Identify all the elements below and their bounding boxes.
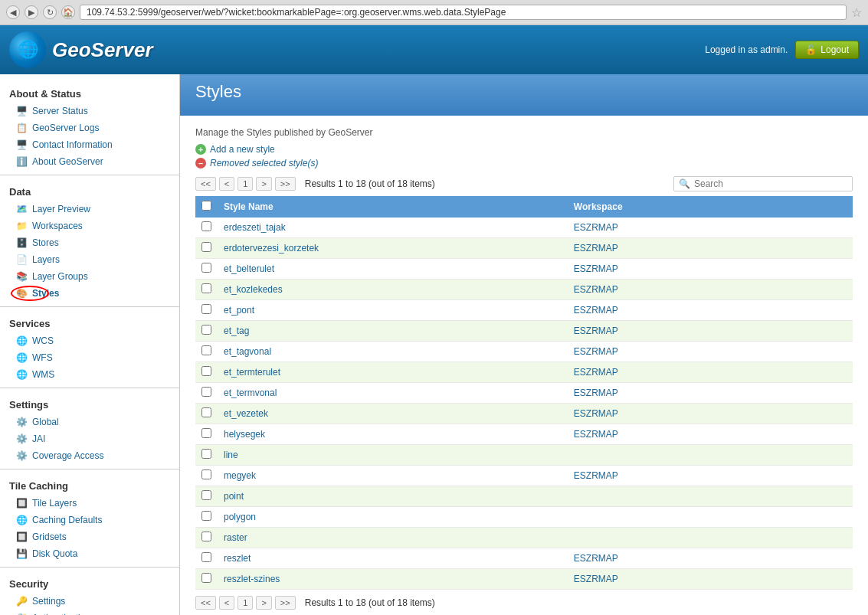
bottom-current-page-button[interactable]: 1 — [237, 596, 253, 610]
sidebar-item-wcs[interactable]: 🌐 WCS — [0, 332, 179, 349]
style-link-7[interactable]: et_termterulet — [224, 367, 280, 378]
sidebar: About & Status 🖥️ Server Status 📋 GeoSer… — [0, 74, 180, 615]
table-row: megyekESZRMAP — [195, 466, 853, 486]
table-row: et_tagESZRMAP — [195, 321, 853, 342]
sidebar-item-global[interactable]: ⚙️ Global — [0, 414, 179, 430]
style-link-2[interactable]: et_belterulet — [224, 263, 274, 274]
sidebar-item-caching-defaults[interactable]: 🌐 Caching Defaults — [0, 512, 179, 528]
sidebar-item-contact[interactable]: 🖥️ Contact Information — [0, 136, 179, 153]
divider-2 — [0, 306, 179, 307]
remove-style-link[interactable]: – Removed selected style(s) — [195, 158, 853, 168]
sidebar-item-disk-quota[interactable]: 💾 Disk Quota — [0, 545, 179, 562]
bottom-next-page-button[interactable]: > — [256, 596, 271, 610]
bottom-first-page-button[interactable]: << — [195, 596, 216, 610]
sidebar-item-about[interactable]: ℹ️ About GeoServer — [0, 153, 179, 170]
refresh-button[interactable]: ↻ — [43, 5, 57, 19]
bottom-last-page-button[interactable]: >> — [275, 596, 296, 610]
select-all-checkbox[interactable] — [201, 201, 211, 211]
sidebar-item-workspaces[interactable]: 📁 Workspaces — [0, 218, 179, 234]
row-checkbox-6[interactable] — [201, 345, 211, 355]
prev-page-button[interactable]: < — [219, 177, 234, 191]
bookmark-button[interactable]: ☆ — [851, 5, 862, 20]
sidebar-item-layers[interactable]: 📄 Layers — [0, 251, 179, 268]
logout-button[interactable]: 🔓 Logout — [795, 41, 859, 59]
row-checkbox-15[interactable] — [201, 532, 211, 541]
row-checkbox-11[interactable] — [201, 449, 211, 459]
style-name-cell-11: line — [218, 445, 568, 466]
add-style-label: Add a new style — [210, 144, 275, 155]
sidebar-item-security-settings[interactable]: 🔑 Settings — [0, 593, 179, 610]
style-name-cell-10: helysegek — [218, 424, 568, 445]
sidebar-item-authentication[interactable]: 🔐 Authentication — [0, 610, 179, 615]
sidebar-item-styles[interactable]: 🎨 Styles — [0, 285, 179, 302]
row-checkbox-13[interactable] — [201, 490, 211, 500]
sidebar-item-gridsets[interactable]: 🔲 Gridsets — [0, 528, 179, 545]
row-checkbox-1[interactable] — [201, 242, 211, 252]
divider-1 — [0, 175, 179, 175]
style-link-0[interactable]: erdeszeti_tajak — [224, 222, 286, 233]
sidebar-item-wfs[interactable]: 🌐 WFS — [0, 349, 179, 366]
sidebar-item-layer-preview[interactable]: 🗺️ Layer Preview — [0, 201, 179, 218]
style-link-17[interactable]: reszlet-szines — [224, 574, 280, 584]
style-link-16[interactable]: reszlet — [224, 553, 251, 564]
row-checkbox-16[interactable] — [201, 552, 211, 562]
main-content: Styles Manage the Styles published by Ge… — [180, 74, 868, 615]
sidebar-item-geoserver-logs[interactable]: 📋 GeoServer Logs — [0, 119, 179, 136]
address-bar[interactable]: 109.74.53.2:5999/geoserver/web/?wicket:b… — [80, 5, 847, 20]
sidebar-item-jai[interactable]: ⚙️ JAI — [0, 430, 179, 447]
col-header-workspace[interactable]: Workspace — [568, 196, 853, 218]
style-link-9[interactable]: et_vezetek — [224, 408, 268, 419]
sidebar-label-contact: Contact Information — [32, 139, 113, 150]
back-button[interactable]: ◀ — [6, 5, 20, 19]
style-link-5[interactable]: et_tag — [224, 325, 249, 336]
style-link-3[interactable]: et_kozlekedes — [224, 284, 283, 295]
sidebar-item-coverage-access[interactable]: ⚙️ Coverage Access — [0, 447, 179, 464]
row-checkbox-10[interactable] — [201, 428, 211, 438]
sidebar-item-wms[interactable]: 🌐 WMS — [0, 366, 179, 383]
row-checkbox-3[interactable] — [201, 283, 211, 293]
row-checkbox-17[interactable] — [201, 573, 211, 583]
table-row: line — [195, 445, 853, 466]
style-link-6[interactable]: et_tagvonal — [224, 346, 271, 357]
disk-icon: 💾 — [15, 548, 28, 560]
style-link-1[interactable]: erdotervezesi_korzetek — [224, 243, 319, 254]
table-row: et_vezetekESZRMAP — [195, 404, 853, 424]
workspace-cell-13 — [568, 486, 853, 507]
row-checkbox-4[interactable] — [201, 304, 211, 314]
bottom-prev-page-button[interactable]: < — [219, 596, 234, 610]
home-button[interactable]: 🏠 — [61, 5, 75, 19]
sidebar-item-layer-groups[interactable]: 📚 Layer Groups — [0, 268, 179, 285]
row-checkbox-7[interactable] — [201, 366, 211, 376]
next-page-button[interactable]: > — [256, 177, 271, 191]
style-link-12[interactable]: megyek — [224, 470, 256, 481]
row-checkbox-12[interactable] — [201, 469, 211, 479]
col-header-check — [195, 196, 218, 218]
style-link-10[interactable]: helysegek — [224, 429, 265, 440]
row-checkbox-2[interactable] — [201, 263, 211, 273]
add-style-link[interactable]: + Add a new style — [195, 144, 853, 155]
style-link-13[interactable]: point — [224, 491, 244, 502]
sidebar-item-tile-layers[interactable]: 🔲 Tile Layers — [0, 495, 179, 512]
first-page-button[interactable]: << — [195, 177, 216, 191]
style-link-11[interactable]: line — [224, 450, 238, 460]
row-checkbox-5[interactable] — [201, 325, 211, 335]
col-header-style[interactable]: Style Name — [218, 196, 568, 218]
preview-icon: 🗺️ — [15, 203, 28, 215]
last-page-button[interactable]: >> — [275, 177, 296, 191]
search-input[interactable] — [694, 178, 847, 189]
row-checkbox-8[interactable] — [201, 387, 211, 397]
style-link-14[interactable]: polygon — [224, 512, 256, 522]
style-link-4[interactable]: et_pont — [224, 305, 254, 316]
current-page-button[interactable]: 1 — [237, 177, 253, 191]
style-link-8[interactable]: et_termvonal — [224, 388, 277, 398]
row-checkbox-0[interactable] — [201, 221, 211, 231]
row-checkbox-9[interactable] — [201, 407, 211, 417]
style-name-cell-7: et_termterulet — [218, 362, 568, 383]
sidebar-item-stores[interactable]: 🗄️ Stores — [0, 234, 179, 251]
sidebar-label-wcs: WCS — [32, 335, 54, 346]
divider-3 — [0, 388, 179, 388]
forward-button[interactable]: ▶ — [25, 5, 38, 19]
row-checkbox-14[interactable] — [201, 511, 211, 521]
sidebar-item-server-status[interactable]: 🖥️ Server Status — [0, 103, 179, 119]
style-link-15[interactable]: raster — [224, 532, 247, 543]
